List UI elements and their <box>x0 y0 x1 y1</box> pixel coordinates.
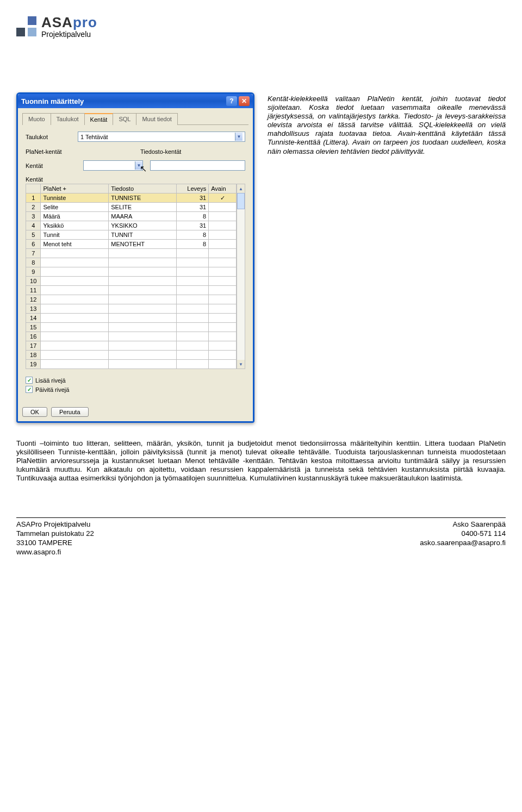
scroll-thumb[interactable] <box>237 193 245 209</box>
logo-square-icon <box>16 28 25 36</box>
cell-avain <box>209 230 237 240</box>
page-header: ASApro Projektipalvelu <box>0 0 522 42</box>
table-row[interactable]: 3MääräMAARA8 <box>26 212 237 221</box>
tab-muut[interactable]: Muut tiedot <box>136 113 177 125</box>
table-row[interactable]: 15 <box>26 323 237 332</box>
vertical-scrollbar[interactable]: ▲ ▼ <box>237 184 245 369</box>
ok-button[interactable]: OK <box>22 407 47 417</box>
cell-leveys <box>177 258 209 267</box>
section-label: Kentät <box>26 176 245 183</box>
cell-tiedosto <box>109 295 177 304</box>
cell-leveys <box>177 323 209 332</box>
footer-company: ASAPro Projektipalvelu <box>16 520 94 529</box>
cell-avain <box>209 360 237 369</box>
kentat-dropdown[interactable]: ▼ <box>83 160 143 171</box>
table-row[interactable]: 11 <box>26 286 237 295</box>
question-icon: ? <box>229 97 233 105</box>
row-number: 7 <box>26 249 41 258</box>
cell-planet <box>41 277 109 286</box>
cursor-icon: ↖ <box>140 164 147 174</box>
cell-avain <box>209 258 237 267</box>
tabs-row: Muoto Taulukot Kentät SQL Muut tiedot <box>22 113 248 125</box>
kentat-label: Kentät <box>26 163 78 169</box>
cell-avain <box>209 295 237 304</box>
cell-leveys <box>177 267 209 277</box>
scroll-up-icon[interactable]: ▲ <box>237 184 245 193</box>
row-number: 17 <box>26 341 41 351</box>
cell-planet: Menot teht <box>41 240 109 249</box>
tab-sql[interactable]: SQL <box>113 113 136 125</box>
footer-person: Asko Saarenpää <box>420 520 506 529</box>
cell-planet <box>41 332 109 341</box>
row-number: 15 <box>26 323 41 332</box>
planet-kentat-label: PlaNet-kentät <box>26 148 130 155</box>
table-row[interactable]: 2SeliteSELITE31 <box>26 203 237 212</box>
taulukot-dropdown[interactable]: 1 Tehtävät ▼ <box>78 132 245 142</box>
th-planet[interactable]: PlaNet + <box>41 184 109 193</box>
table-row[interactable]: 5TunnitTUNNIT8 <box>26 230 237 240</box>
cell-avain <box>209 212 237 221</box>
tiedosto-kentat-label: Tiedosto-kentät <box>140 148 245 155</box>
tab-taulukot[interactable]: Taulukot <box>51 113 85 125</box>
th-avain[interactable]: Avain <box>209 184 237 193</box>
cell-tiedosto <box>109 286 177 295</box>
cell-avain <box>209 240 237 249</box>
table-row[interactable]: 16 <box>26 332 237 341</box>
logo-subtitle: Projektipalvelu <box>41 30 97 38</box>
cell-leveys: 31 <box>177 221 209 230</box>
table-row[interactable]: 1TunnisteTUNNISTE31✓ <box>26 193 237 203</box>
cell-leveys <box>177 314 209 323</box>
close-icon: ✕ <box>241 97 247 105</box>
close-button[interactable]: ✕ <box>239 96 250 106</box>
page-footer: ASAPro Projektipalvelu Tammelan puistoka… <box>0 517 522 557</box>
update-rows-checkbox[interactable]: ✓ Päivitä rivejä <box>26 386 245 393</box>
kentat-text-field[interactable] <box>150 160 245 171</box>
add-rows-checkbox[interactable]: ✓ Lisää rivejä <box>26 377 245 384</box>
table-row[interactable]: 7 <box>26 249 237 258</box>
table-row[interactable]: 4YksikköYKSIKKO31 <box>26 221 237 230</box>
cell-planet <box>41 258 109 267</box>
dialog-screenshot: Tuonnin määrittely ? ✕ Muoto Taulukot Ke… <box>16 92 254 423</box>
logo-word-pro: pro <box>73 14 97 30</box>
table-row[interactable]: 13 <box>26 304 237 314</box>
th-leveys[interactable]: Leveys <box>177 184 209 193</box>
cell-avain <box>209 249 237 258</box>
cell-planet: Selite <box>41 203 109 212</box>
th-tiedosto[interactable]: Tiedosto <box>109 184 177 193</box>
table-row[interactable]: 12 <box>26 295 237 304</box>
table-row[interactable]: 14 <box>26 314 237 323</box>
row-number: 5 <box>26 230 41 240</box>
logo-text: ASApro Projektipalvelu <box>41 15 97 38</box>
table-row[interactable]: 6Menot tehtMENOTEHT8 <box>26 240 237 249</box>
cell-planet: Yksikkö <box>41 221 109 230</box>
table-row[interactable]: 8 <box>26 258 237 267</box>
row-number: 12 <box>26 295 41 304</box>
table-row[interactable]: 18 <box>26 351 237 360</box>
footer-divider <box>16 517 506 518</box>
help-button[interactable]: ? <box>226 96 237 106</box>
cell-leveys <box>177 360 209 369</box>
row-number: 11 <box>26 286 41 295</box>
cancel-button[interactable]: Peruuta <box>51 407 89 417</box>
table-row[interactable]: 10 <box>26 277 237 286</box>
dialog-titlebar[interactable]: Tuonnin määrittely ? ✕ <box>18 94 253 108</box>
cell-tiedosto <box>109 323 177 332</box>
logo-squares-icon <box>16 16 37 37</box>
cell-leveys: 31 <box>177 193 209 203</box>
cell-tiedosto <box>109 304 177 314</box>
table-row[interactable]: 17 <box>26 341 237 351</box>
import-definition-dialog: Tuonnin määrittely ? ✕ Muoto Taulukot Ke… <box>16 92 254 423</box>
footer-right: Asko Saarenpää 0400-571 114 asko.saarenp… <box>420 520 506 557</box>
cell-avain <box>209 286 237 295</box>
cell-planet <box>41 286 109 295</box>
tab-kentat[interactable]: Kentät <box>84 113 114 125</box>
cell-planet <box>41 351 109 360</box>
check-icon: ✓ <box>26 377 33 384</box>
table-row[interactable]: 19 <box>26 360 237 369</box>
scroll-down-icon[interactable]: ▼ <box>237 360 245 368</box>
footer-address: Tammelan puistokatu 22 <box>16 529 94 538</box>
tab-muoto[interactable]: Muoto <box>22 113 51 125</box>
cell-leveys <box>177 249 209 258</box>
table-row[interactable]: 9 <box>26 267 237 277</box>
cell-tiedosto: MENOTEHT <box>109 240 177 249</box>
